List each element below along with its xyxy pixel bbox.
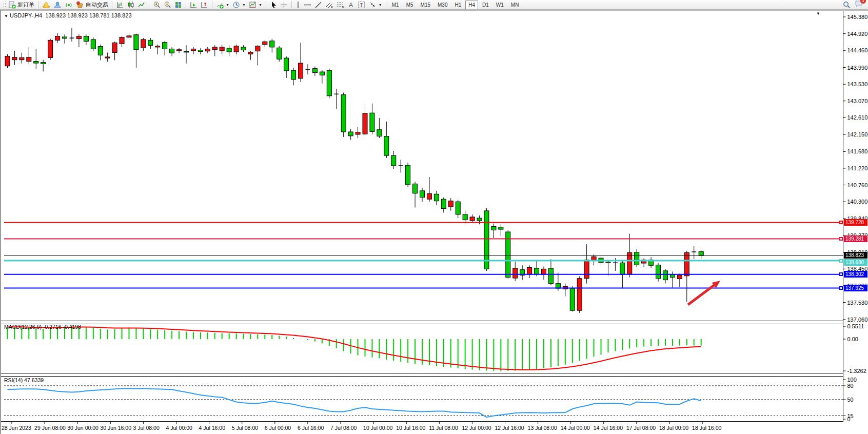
bull-candle <box>470 217 475 221</box>
date-label: 4 Jul 00:00 <box>166 425 193 431</box>
svg-text:137.060: 137.060 <box>847 317 868 323</box>
auto-trading-button[interactable]: 自动交易 <box>74 1 110 9</box>
text-label-tool-button[interactable]: T <box>356 1 367 9</box>
indicators-button[interactable]: ▼ <box>214 1 231 9</box>
tile-windows-button[interactable] <box>173 1 184 9</box>
bull-candle <box>112 43 117 52</box>
candlestick-mode-button[interactable] <box>125 1 136 9</box>
vertical-line-tool-button[interactable] <box>294 1 302 9</box>
notifications-button[interactable]: 1 <box>855 0 863 10</box>
axis-price-tag: 138.680 <box>844 259 867 266</box>
bull-candle <box>76 36 81 39</box>
dropdown-caret-icon[interactable]: ▼ <box>226 3 229 7</box>
templates-button[interactable]: ▼ <box>247 1 264 9</box>
text-tool-button[interactable]: A <box>346 1 356 9</box>
timeframe-h4-button[interactable]: H4 <box>465 1 478 9</box>
zoom-in-button[interactable] <box>151 1 162 9</box>
fibonacci-tool-button[interactable]: F <box>335 1 346 9</box>
macd-signal-line <box>8 327 701 370</box>
line-anchor-marker[interactable] <box>839 259 843 263</box>
chart-shift-button[interactable] <box>199 1 210 9</box>
symbol-dropdown-icon[interactable]: ▼ <box>4 14 8 18</box>
svg-text:0.00: 0.00 <box>847 336 858 342</box>
svg-text:80: 80 <box>847 383 854 389</box>
bear-candle <box>635 252 639 265</box>
new-order-button[interactable]: 新订单 <box>7 1 36 9</box>
auto-trading-label: 自动交易 <box>86 1 108 9</box>
bear-candle <box>41 63 46 64</box>
svg-text:137.530: 137.530 <box>847 300 868 306</box>
chart-shift-marker-icon[interactable]: ▼ <box>816 11 820 16</box>
bear-candle <box>699 251 703 255</box>
bear-candle <box>312 69 317 73</box>
horizontal-line-tool-button[interactable] <box>302 1 313 9</box>
metaeditor-button[interactable] <box>41 1 52 9</box>
rsi-line <box>8 388 701 417</box>
macd-values: -0.2716 -0.4198 <box>43 324 81 330</box>
bear-candle <box>370 113 374 131</box>
bull-candle <box>584 260 589 279</box>
cursor-tool-button[interactable] <box>268 1 279 9</box>
date-label: 5 Jul 08:00 <box>232 425 259 431</box>
notification-badge: 1 <box>860 0 866 4</box>
chart-title[interactable]: ▼ USDJPY-,H4 138.923 138.923 138.781 138… <box>4 12 132 18</box>
bear-candle <box>270 41 274 47</box>
arrows-icon <box>369 1 377 9</box>
axis-price-tag: 137.925 <box>844 285 867 291</box>
dropdown-caret-icon[interactable]: ▼ <box>379 3 382 7</box>
timeframe-w1-button[interactable]: W1 <box>493 1 507 9</box>
timeframe-m15-button[interactable]: M15 <box>418 1 433 9</box>
timeframe-m1-button[interactable]: M1 <box>389 1 402 9</box>
crosshair-tool-button[interactable] <box>279 1 289 9</box>
line-anchor-marker[interactable] <box>839 286 843 290</box>
timeframe-h1-button[interactable]: H1 <box>451 1 464 9</box>
bear-candle <box>456 202 460 214</box>
community-user-icon <box>53 1 62 9</box>
dropdown-caret-icon[interactable]: ▼ <box>242 3 246 7</box>
price-chart[interactable]: 145.380144.920144.460143.990143.530143.0… <box>0 0 868 434</box>
fibonacci-icon: F <box>337 1 345 9</box>
text-icon: A <box>348 1 354 9</box>
community-button[interactable] <box>52 1 63 9</box>
dropdown-caret-icon[interactable]: ▼ <box>259 3 262 7</box>
crosshair-icon <box>280 1 288 9</box>
trendline-tool-button[interactable] <box>313 1 324 9</box>
bull-candle <box>141 40 146 48</box>
date-label: 29 Jun 08:00 <box>34 425 66 431</box>
bar-chart-mode-button[interactable] <box>114 1 125 9</box>
date-label: 4 Jul 16:00 <box>199 425 226 431</box>
bear-candle <box>434 194 439 201</box>
periods-button[interactable]: ▼ <box>231 1 247 9</box>
tile-windows-icon <box>174 1 182 9</box>
bear-candle <box>91 40 95 49</box>
bear-candle <box>384 136 389 156</box>
timeframe-m5-button[interactable]: M5 <box>403 1 417 9</box>
bull-candle <box>212 47 217 50</box>
bull-candle <box>205 49 210 51</box>
bull-candle <box>155 46 160 47</box>
channel-tool-button[interactable]: E <box>324 1 335 9</box>
date-label: 7 Jul 08:00 <box>330 425 357 431</box>
bull-candle <box>684 252 689 275</box>
line-anchor-marker[interactable] <box>839 237 843 241</box>
toolbar-grip[interactable] <box>3 1 6 8</box>
indicators-icon <box>216 1 224 9</box>
timeframe-mn-button[interactable]: MN <box>508 1 522 9</box>
line-anchor-marker[interactable] <box>839 221 843 224</box>
signals-button[interactable] <box>63 1 74 9</box>
line-anchor-marker[interactable] <box>839 272 843 276</box>
zoom-out-button[interactable] <box>162 1 173 9</box>
date-label: 12 Jul 00:00 <box>462 425 491 431</box>
search-icon[interactable] <box>843 1 851 9</box>
rsi-panel: 1008050150 <box>4 377 857 422</box>
auto-scroll-button[interactable] <box>188 1 199 9</box>
timeframe-d1-button[interactable]: D1 <box>479 1 492 9</box>
line-chart-mode-button[interactable] <box>136 1 147 9</box>
timeframe-m30-button[interactable]: M30 <box>435 1 450 9</box>
axis-price-tag: 139.281 <box>844 235 867 242</box>
candlestick-icon <box>127 1 134 9</box>
chart-symbol-period: USDJPY-,H4 <box>10 12 42 18</box>
arrows-tool-button[interactable]: ▼ <box>367 1 384 9</box>
bear-candle <box>34 61 38 63</box>
bar-chart-icon <box>116 1 124 9</box>
